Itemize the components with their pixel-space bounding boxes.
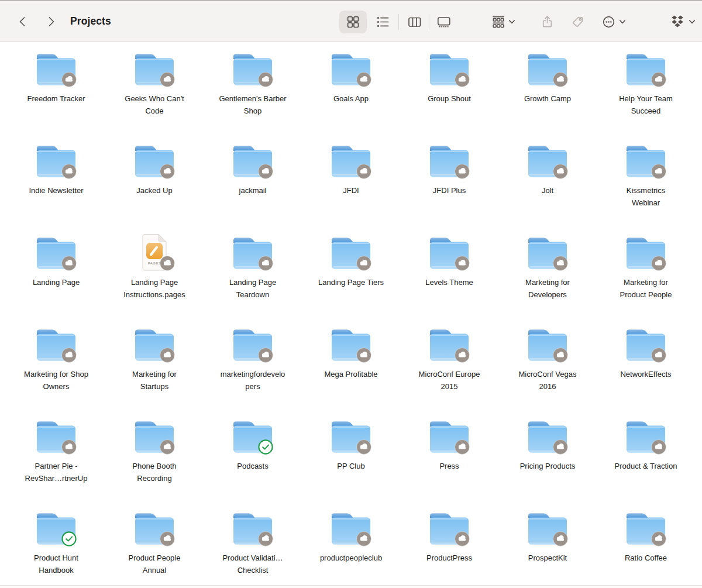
tags-button[interactable] xyxy=(567,11,588,32)
cloud-sync-badge-icon xyxy=(258,164,273,179)
item-icon xyxy=(328,142,374,180)
folder-item[interactable]: Marketing for Shop Owners xyxy=(7,325,105,417)
view-mode-icon-button[interactable] xyxy=(342,11,363,32)
item-label: Product & Traction xyxy=(615,460,677,473)
item-label: marketingfordevelopers xyxy=(219,369,287,393)
item-label: Marketing for Shop Owners xyxy=(22,369,90,393)
cloud-sync-badge-icon xyxy=(553,164,568,179)
folder-item[interactable]: Press xyxy=(400,417,498,509)
cloud-sync-badge-icon xyxy=(553,72,568,87)
cloud-sync-badge-icon xyxy=(455,72,470,87)
folder-item[interactable]: Product People Annual xyxy=(105,509,204,585)
gallery-view-icon xyxy=(437,15,450,29)
item-icon xyxy=(229,509,276,548)
folder-item[interactable]: Marketing for Developers xyxy=(498,233,597,325)
item-icon xyxy=(524,325,571,364)
cloud-sync-badge-icon xyxy=(258,348,273,363)
view-mode-gallery-button[interactable] xyxy=(433,11,454,32)
cloud-sync-badge-icon xyxy=(356,531,371,546)
file-item[interactable]: PAGES Landing Page Instructions.pages xyxy=(105,233,204,325)
cloud-sync-badge-icon xyxy=(455,348,470,363)
item-icon xyxy=(131,142,178,180)
folder-item[interactable]: Marketing for Startups xyxy=(105,325,204,417)
item-label: jackmail xyxy=(239,185,267,197)
grid-view-icon xyxy=(346,15,360,29)
folder-item[interactable]: Phone Booth Recording xyxy=(105,417,204,509)
folder-item[interactable]: marketingfordevelopers xyxy=(204,325,302,417)
dropbox-icon xyxy=(670,15,685,28)
folder-item[interactable]: NetworkEffects xyxy=(597,325,695,417)
item-label: Product Validati…Checklist xyxy=(219,552,287,576)
chevron-down-icon xyxy=(689,19,696,25)
folder-item[interactable]: JFDI Plus xyxy=(400,142,498,233)
folder-item[interactable]: Jacked Up xyxy=(105,142,204,233)
cloud-sync-badge-icon xyxy=(160,164,175,179)
item-icon xyxy=(622,142,669,180)
folder-item[interactable]: Podcasts xyxy=(204,417,302,509)
share-button[interactable] xyxy=(536,11,558,32)
cloud-sync-badge-icon xyxy=(160,348,175,363)
cloud-sync-badge-icon xyxy=(61,72,77,87)
item-label: PP Club xyxy=(337,460,364,473)
cloud-sync-badge-icon xyxy=(651,164,666,179)
folder-item[interactable]: Product & Traction xyxy=(597,417,695,509)
tag-icon xyxy=(571,15,584,29)
folder-item[interactable]: Geeks Who Can't Code xyxy=(105,50,204,142)
cloud-sync-badge-icon xyxy=(356,72,371,87)
folder-item[interactable]: Help Your Team Succeed xyxy=(597,50,695,142)
folder-item[interactable]: ProspectKit xyxy=(498,509,597,585)
folder-item[interactable]: ProductPress xyxy=(400,509,498,585)
view-mode-list-button[interactable] xyxy=(372,11,393,32)
item-label: Jacked Up xyxy=(136,185,172,197)
folder-item[interactable]: Gentlemen's Barber Shop xyxy=(204,50,302,142)
folder-item[interactable]: Freedom Tracker xyxy=(7,50,105,142)
folder-item[interactable]: Marketing for Product People xyxy=(597,233,695,325)
folder-item[interactable]: Landing Page Teardown xyxy=(204,233,302,325)
item-icon xyxy=(622,417,669,456)
item-icon xyxy=(426,233,473,272)
cloud-sync-badge-icon xyxy=(553,531,568,546)
list-view-icon xyxy=(376,15,390,29)
more-options-button[interactable] xyxy=(602,11,626,32)
dropbox-menu-button[interactable] xyxy=(670,11,696,32)
folder-item[interactable]: JFDI xyxy=(302,142,400,233)
item-icon xyxy=(524,233,571,272)
item-label: Growth Camp xyxy=(524,93,571,105)
cloud-sync-badge-icon xyxy=(651,256,666,271)
cloud-sync-badge-icon xyxy=(356,256,371,271)
item-icon xyxy=(426,50,473,88)
folder-item[interactable]: Kissmetrics Webinar xyxy=(597,142,695,233)
folder-item[interactable]: Product Validati…Checklist xyxy=(204,509,302,585)
folder-item[interactable]: Levels Theme xyxy=(400,233,498,325)
folder-item[interactable]: Mega Profitable xyxy=(302,325,400,417)
view-mode-column-button[interactable] xyxy=(404,11,425,32)
folder-item[interactable]: Ratio Coffee xyxy=(597,509,695,585)
folder-item[interactable]: MicroConf Europe 2015 xyxy=(400,325,498,417)
folder-item[interactable]: Landing Page xyxy=(7,233,105,325)
item-icon xyxy=(622,233,669,272)
folder-item[interactable]: Pricing Products xyxy=(498,417,597,509)
folder-item[interactable]: Jolt xyxy=(498,142,597,233)
item-icon xyxy=(229,50,276,88)
folder-item[interactable]: Product Hunt Handbook xyxy=(7,509,105,585)
item-icon xyxy=(229,233,276,272)
item-label: Landing Page xyxy=(33,277,80,289)
item-label: Landing Page Instructions.pages xyxy=(121,277,188,301)
item-label: productpeopleclub xyxy=(320,552,382,565)
back-button[interactable] xyxy=(12,11,33,32)
folder-item[interactable]: MicroConf Vegas 2016 xyxy=(498,325,597,417)
folder-item[interactable]: PP Club xyxy=(302,417,400,509)
forward-button[interactable] xyxy=(40,11,61,32)
folder-item[interactable]: Group Shout xyxy=(400,50,498,142)
toolbar-separator xyxy=(398,14,399,30)
folder-item[interactable]: Goals App xyxy=(302,50,400,142)
cloud-sync-badge-icon xyxy=(651,72,666,87)
folder-item[interactable]: jackmail xyxy=(204,142,302,233)
item-label: Levels Theme xyxy=(425,277,473,289)
group-by-button[interactable] xyxy=(492,11,515,32)
folder-item[interactable]: Indie Newsletter xyxy=(7,142,105,233)
folder-item[interactable]: Partner Pie - RevShar…rtnerUp xyxy=(7,417,105,509)
folder-item[interactable]: Landing Page Tiers xyxy=(302,233,400,325)
folder-item[interactable]: productpeopleclub xyxy=(302,509,400,585)
folder-item[interactable]: Growth Camp xyxy=(498,50,597,142)
